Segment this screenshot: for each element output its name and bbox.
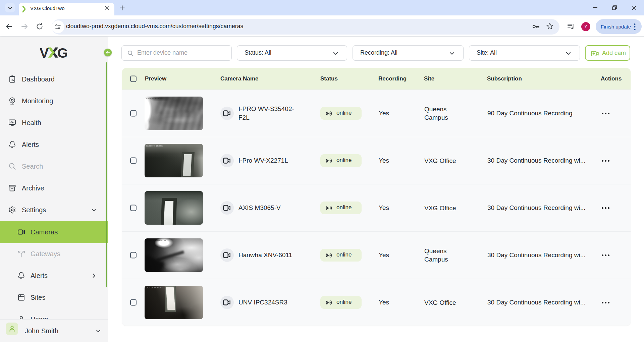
svg-text:G: G bbox=[57, 47, 67, 58]
svg-text:V: V bbox=[40, 47, 49, 58]
